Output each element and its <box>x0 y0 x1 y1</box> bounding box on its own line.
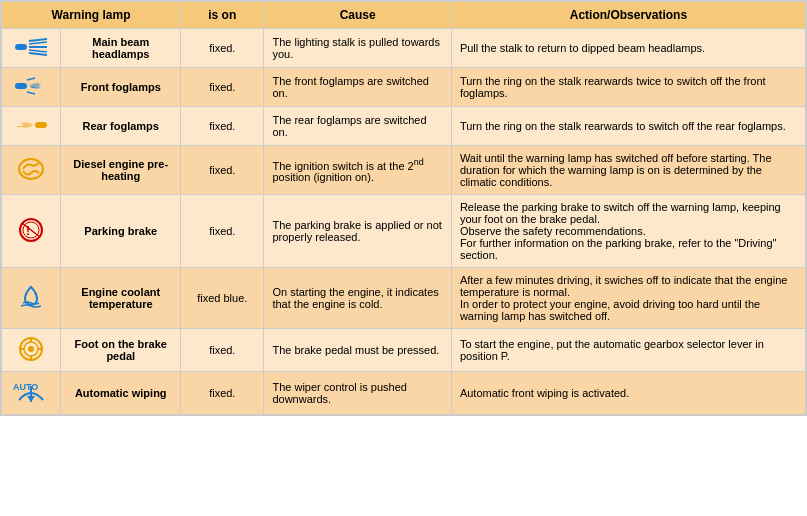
svg-rect-10 <box>35 122 47 128</box>
svg-point-18 <box>28 346 34 352</box>
svg-line-2 <box>29 39 47 41</box>
svg-marker-25 <box>27 396 35 402</box>
warning-lamp-name: Main beam headlamps <box>61 29 181 68</box>
table-row: ~ Front foglampsfixed.The front foglamps… <box>2 68 806 107</box>
warning-lamp-name: Diesel engine pre-heating <box>61 146 181 195</box>
svg-line-4 <box>29 42 47 44</box>
cause-text: The ignition switch is at the 2nd positi… <box>264 146 451 195</box>
cause-text: The lighting stalk is pulled towards you… <box>264 29 451 68</box>
action-text: Turn the ring on the stalk rearwards to … <box>451 107 805 146</box>
svg-rect-0 <box>15 44 27 50</box>
parking-brake-icon: ! <box>2 195 61 268</box>
warning-lamp-name: Engine coolant temperature <box>61 268 181 329</box>
warning-lamp-name: Parking brake <box>61 195 181 268</box>
action-text: Release the parking brake to switch off … <box>451 195 805 268</box>
front-foglamps-icon: ~ <box>2 68 61 107</box>
diesel-engine-icon <box>2 146 61 195</box>
main-beam-icon <box>2 29 61 68</box>
cause-text: The parking brake is applied or not prop… <box>264 195 451 268</box>
header-action: Action/Observations <box>451 2 805 29</box>
foot-brake-icon <box>2 329 61 372</box>
header-is-on: is on <box>181 2 264 29</box>
is-on-value: fixed. <box>181 107 264 146</box>
table-row: ~ Rear foglampsfixed.The rear foglamps a… <box>2 107 806 146</box>
svg-line-7 <box>27 78 35 80</box>
table-row: ! Parking brakefixed.The parking brake i… <box>2 195 806 268</box>
action-text: Automatic front wiping is activated. <box>451 372 805 415</box>
header-warning-lamp: Warning lamp <box>2 2 181 29</box>
auto-wiping-icon: AUTO <box>2 372 61 415</box>
is-on-value: fixed. <box>181 195 264 268</box>
table-row: Foot on the brake pedalfixed.The brake p… <box>2 329 806 372</box>
is-on-value: fixed. <box>181 372 264 415</box>
is-on-value: fixed. <box>181 146 264 195</box>
is-on-value: fixed. <box>181 329 264 372</box>
is-on-value: fixed blue. <box>181 268 264 329</box>
header-cause: Cause <box>264 2 451 29</box>
engine-coolant-icon <box>2 268 61 329</box>
cause-text: On starting the engine, it indicates tha… <box>264 268 451 329</box>
action-text: After a few minutes driving, it swiches … <box>451 268 805 329</box>
is-on-value: fixed. <box>181 29 264 68</box>
cause-text: The rear foglamps are switched on. <box>264 107 451 146</box>
svg-line-5 <box>29 50 47 52</box>
cause-text: The front foglamps are switched on. <box>264 68 451 107</box>
action-text: To start the engine, put the automatic g… <box>451 329 805 372</box>
cause-text: The brake pedal must be pressed. <box>264 329 451 372</box>
svg-line-3 <box>29 53 47 55</box>
action-text: Turn the ring on the stalk rearwards twi… <box>451 68 805 107</box>
svg-text:~: ~ <box>31 83 36 92</box>
rear-foglamps-icon: ~ <box>2 107 61 146</box>
svg-line-8 <box>27 92 35 94</box>
warning-lamp-name: Automatic wiping <box>61 372 181 415</box>
action-text: Pull the stalk to return to dipped beam … <box>451 29 805 68</box>
table-row: Main beam headlampsfixed.The lighting st… <box>2 29 806 68</box>
action-text: Wait until the warning lamp has switched… <box>451 146 805 195</box>
svg-rect-6 <box>15 83 27 89</box>
table-header-row: Warning lamp is on Cause Action/Observat… <box>2 2 806 29</box>
warning-lamp-table: Warning lamp is on Cause Action/Observat… <box>0 0 807 416</box>
warning-lamp-name: Foot on the brake pedal <box>61 329 181 372</box>
svg-text:~: ~ <box>17 122 22 131</box>
cause-text: The wiper control is pushed downwards. <box>264 372 451 415</box>
is-on-value: fixed. <box>181 68 264 107</box>
warning-lamp-name: Front foglamps <box>61 68 181 107</box>
table-row: Engine coolant temperaturefixed blue.On … <box>2 268 806 329</box>
svg-text:AUTO: AUTO <box>13 382 38 392</box>
warning-lamp-name: Rear foglamps <box>61 107 181 146</box>
table-row: Diesel engine pre-heatingfixed.The ignit… <box>2 146 806 195</box>
table-row: AUTO Automatic wipingfixed.The wiper con… <box>2 372 806 415</box>
svg-point-12 <box>19 159 43 179</box>
